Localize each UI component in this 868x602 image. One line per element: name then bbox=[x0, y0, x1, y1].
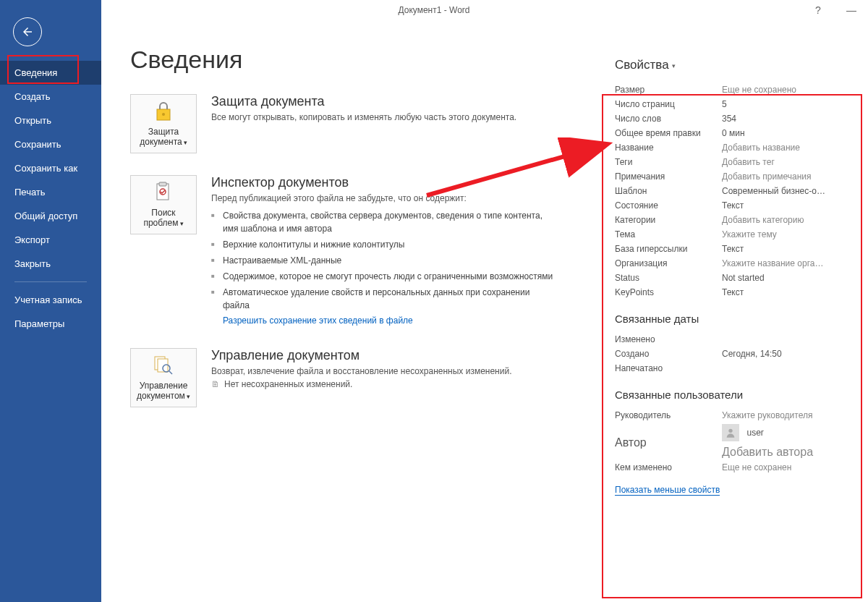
protect-document-button[interactable]: Защита документа▾ bbox=[130, 94, 197, 153]
property-label: Название bbox=[615, 143, 722, 153]
changed-by-label: Кем изменено bbox=[615, 462, 722, 472]
allow-save-link[interactable]: Разрешить сохранение этих сведений в фай… bbox=[211, 315, 413, 326]
property-label: Теги bbox=[615, 157, 722, 167]
person-icon bbox=[725, 427, 736, 438]
svg-point-1 bbox=[162, 113, 165, 116]
unsaved-text: Нет несохраненных изменений. bbox=[224, 379, 352, 389]
date-row: Изменено bbox=[615, 332, 846, 347]
nav-footer-item-0[interactable]: Учетная запись bbox=[0, 288, 101, 312]
property-value[interactable]: Укажите тему bbox=[722, 229, 777, 239]
nav-item-6[interactable]: Общий доступ bbox=[0, 204, 101, 228]
property-value: Текст bbox=[722, 200, 744, 211]
property-label: Размер bbox=[615, 85, 722, 95]
nav-item-5[interactable]: Печать bbox=[0, 180, 101, 204]
backstage-sidebar: СведенияСоздатьОткрытьСохранитьСохранить… bbox=[0, 0, 101, 602]
property-value: Современный бизнес-о… bbox=[722, 186, 825, 196]
property-value: 354 bbox=[722, 114, 736, 124]
property-label: Status bbox=[615, 273, 722, 283]
property-row: База гиперссылкиТекст bbox=[615, 242, 846, 256]
titlebar: Документ1 - Word ? — bbox=[0, 0, 868, 20]
property-label: Число слов bbox=[615, 114, 722, 124]
add-author[interactable]: Добавить автора bbox=[722, 446, 813, 459]
property-value[interactable]: Добавить тег bbox=[722, 157, 775, 167]
nav-item-4[interactable]: Сохранить как bbox=[0, 156, 101, 180]
property-row: KeyPointsТекст bbox=[615, 285, 846, 300]
show-less-properties-link[interactable]: Показать меньше свойств bbox=[615, 485, 720, 496]
arrow-left-icon bbox=[21, 25, 34, 38]
date-label: Напечатано bbox=[615, 363, 722, 373]
protect-desc: Все могут открывать, копировать и изменя… bbox=[211, 112, 516, 122]
avatar bbox=[722, 424, 739, 441]
inspect-item-0: Свойства документа, свойства сервера док… bbox=[211, 208, 558, 237]
inspect-item-2: Настраиваемые XML-данные bbox=[211, 253, 558, 268]
nav-item-3[interactable]: Сохранить bbox=[0, 132, 101, 156]
property-value[interactable]: Добавить название bbox=[722, 143, 800, 153]
property-label: Состояние bbox=[615, 200, 722, 211]
date-row: Напечатано bbox=[615, 361, 846, 376]
nav-divider bbox=[14, 281, 87, 282]
nav-item-0[interactable]: Сведения bbox=[0, 61, 101, 85]
help-button[interactable]: ? bbox=[801, 0, 835, 20]
property-value: 5 bbox=[722, 99, 727, 109]
nav-item-7[interactable]: Экспорт bbox=[0, 228, 101, 252]
property-label: Шаблон bbox=[615, 186, 722, 196]
manage-doc-icon bbox=[153, 355, 174, 376]
nav-footer-item-1[interactable]: Параметры bbox=[0, 312, 101, 336]
check-issues-button[interactable]: Поиск проблем▾ bbox=[130, 175, 197, 234]
property-row: РазмерЕще не сохранено bbox=[615, 82, 846, 97]
property-row: СостояниеТекст bbox=[615, 198, 846, 213]
inspect-item-3: Содержимое, которое не смогут прочесть л… bbox=[211, 268, 558, 284]
properties-dropdown[interactable]: Свойства bbox=[615, 58, 846, 72]
property-label: Общее время правки bbox=[615, 128, 722, 138]
property-row: Число слов354 bbox=[615, 111, 846, 126]
date-row: СозданоСегодня, 14:50 bbox=[615, 347, 846, 361]
property-value: Текст bbox=[722, 287, 744, 297]
property-label: Число страниц bbox=[615, 99, 722, 109]
property-label: Организация bbox=[615, 258, 722, 268]
author-label: Автор bbox=[615, 433, 722, 449]
property-row: ТегиДобавить тег bbox=[615, 155, 846, 169]
svg-rect-3 bbox=[159, 182, 166, 186]
related-users-header: Связанные пользователи bbox=[615, 389, 846, 401]
manager-value[interactable]: Укажите руководителя bbox=[722, 410, 812, 420]
date-label: Создано bbox=[615, 349, 722, 359]
properties-panel: Свойства РазмерЕще не сохраненоЧисло стр… bbox=[615, 58, 846, 496]
property-label: KeyPoints bbox=[615, 287, 722, 297]
property-value[interactable]: Еще не сохранено bbox=[722, 85, 796, 95]
minimize-button[interactable]: — bbox=[835, 0, 868, 20]
property-value[interactable]: Добавить категорию bbox=[722, 215, 804, 225]
related-dates-header: Связанные даты bbox=[615, 313, 846, 325]
manage-title: Управление документом bbox=[211, 348, 511, 363]
nav-item-2[interactable]: Открыть bbox=[0, 109, 101, 132]
property-label: Тема bbox=[615, 229, 722, 239]
property-label: Категории bbox=[615, 215, 722, 225]
property-row: КатегорииДобавить категорию bbox=[615, 213, 846, 227]
inspect-item-4: Автоматическое удаление свойств и персон… bbox=[211, 284, 558, 313]
svg-point-9 bbox=[728, 429, 732, 433]
property-row: Общее время правки0 мин bbox=[615, 126, 846, 140]
date-value: Сегодня, 14:50 bbox=[722, 349, 782, 359]
property-label: База гиперссылки bbox=[615, 244, 722, 254]
property-row: Число страниц5 bbox=[615, 97, 846, 111]
svg-line-8 bbox=[169, 371, 172, 374]
inspect-title: Инспектор документов bbox=[211, 175, 558, 190]
manage-document-button[interactable]: Управление документом▾ bbox=[130, 348, 197, 407]
back-button[interactable] bbox=[13, 17, 42, 46]
property-row: ТемаУкажите тему bbox=[615, 227, 846, 242]
property-value: Текст bbox=[722, 244, 744, 254]
property-label: Примечания bbox=[615, 171, 722, 182]
property-row: НазваниеДобавить название bbox=[615, 140, 846, 155]
property-row: ПримечанияДобавить примечания bbox=[615, 169, 846, 184]
author-name[interactable]: user bbox=[746, 428, 763, 438]
property-row: ОрганизацияУкажите название орга… bbox=[615, 256, 846, 271]
property-value: Not started bbox=[722, 273, 765, 283]
window-title: Документ1 - Word bbox=[398, 5, 469, 15]
property-value[interactable]: Добавить примечания bbox=[722, 171, 812, 182]
property-value[interactable]: Укажите название орга… bbox=[722, 258, 823, 268]
nav-item-1[interactable]: Создать bbox=[0, 85, 101, 109]
changed-by-value: Еще не сохранен bbox=[722, 462, 791, 472]
property-row: ШаблонСовременный бизнес-о… bbox=[615, 184, 846, 198]
inspect-item-1: Верхние колонтитулы и нижние колонтитулы bbox=[211, 237, 558, 253]
nav-item-8[interactable]: Закрыть bbox=[0, 252, 101, 276]
manage-desc: Возврат, извлечение файла и восстановлен… bbox=[211, 366, 511, 376]
